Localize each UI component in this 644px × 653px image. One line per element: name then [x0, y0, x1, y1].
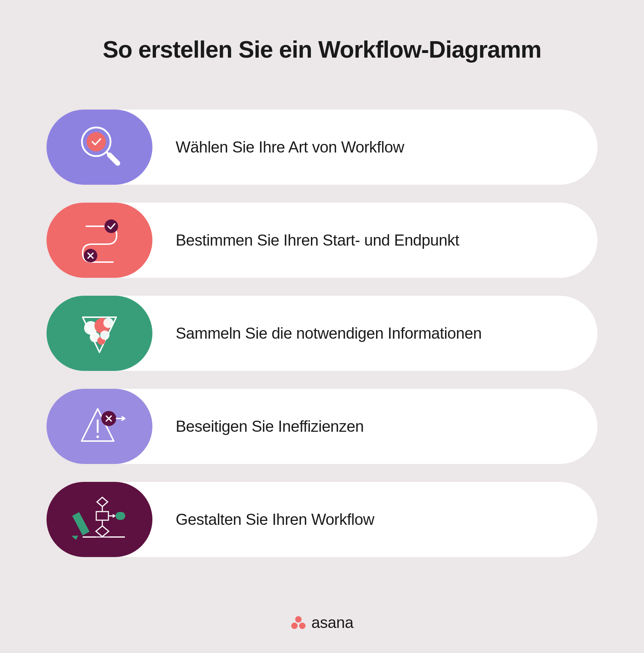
svg-point-34	[291, 623, 298, 629]
step-label: Gestalten Sie Ihren Workflow	[176, 511, 374, 528]
svg-point-13	[100, 330, 109, 340]
magnifier-check-icon	[47, 110, 152, 185]
svg-line-3	[109, 155, 118, 163]
brand-name: asana	[311, 614, 353, 632]
step-row: Wählen Sie Ihre Art von Workflow	[47, 110, 597, 185]
flowchart-icon	[47, 482, 152, 557]
page-title: So erstellen Sie ein Workflow-Diagramm	[47, 36, 597, 63]
svg-point-35	[299, 623, 306, 629]
svg-point-33	[295, 616, 302, 623]
step-row: Gestalten Sie Ihren Workflow	[47, 482, 597, 557]
steps-list: Wählen Sie Ihre Art von Workflow Bestimm…	[47, 110, 597, 592]
svg-rect-20	[72, 512, 89, 535]
svg-point-4	[104, 219, 118, 233]
step-label: Beseitigen Sie Ineffizienzen	[176, 417, 364, 435]
svg-point-1	[87, 132, 106, 151]
step-label: Sammeln Sie die notwendigen Informatione…	[176, 324, 482, 342]
brand-footer: asana	[47, 614, 597, 632]
step-row: Beseitigen Sie Ineffizienzen	[47, 389, 597, 464]
step-label: Bestimmen Sie Ihren Start- und Endpunkt	[176, 231, 459, 249]
step-label: Wählen Sie Ihre Art von Workflow	[176, 138, 404, 156]
asana-logo-icon	[291, 615, 306, 630]
svg-rect-22	[96, 512, 108, 520]
path-endpoints-icon	[47, 203, 152, 278]
svg-point-15	[96, 435, 99, 438]
svg-point-10	[103, 318, 113, 328]
warning-icon	[47, 389, 152, 464]
funnel-icon	[47, 296, 152, 371]
step-row: Sammeln Sie die notwendigen Informatione…	[47, 296, 597, 371]
svg-rect-24	[116, 512, 125, 520]
step-row: Bestimmen Sie Ihren Start- und Endpunkt	[47, 203, 597, 278]
